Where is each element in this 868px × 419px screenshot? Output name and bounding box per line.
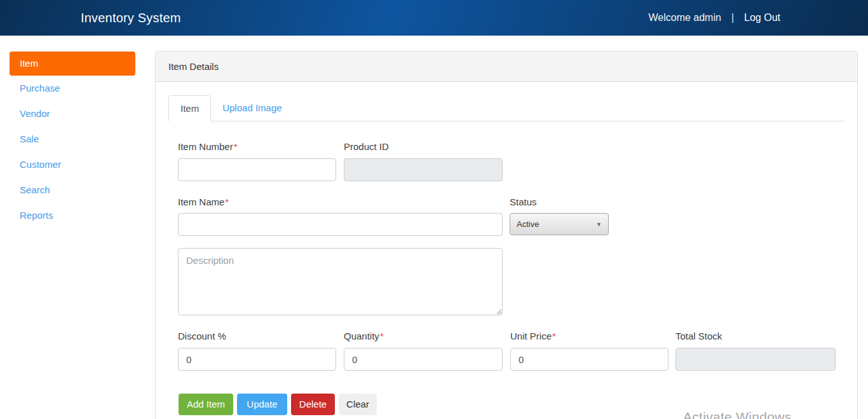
description-textarea[interactable] bbox=[178, 248, 503, 315]
panel-body: Item Upload Image Item Number* Product I… bbox=[156, 82, 857, 419]
sidebar-nav: Item Purchase Vendor Sale Customer Searc… bbox=[10, 52, 135, 228]
total-stock-label: Total Stock bbox=[675, 330, 722, 343]
status-selected-value: Active bbox=[517, 219, 539, 229]
header-separator: | bbox=[731, 12, 734, 24]
tab-bar: Item Upload Image bbox=[168, 95, 844, 121]
sidebar-item-customer[interactable]: Customer bbox=[10, 152, 135, 177]
sidebar-item-reports[interactable]: Reports bbox=[10, 203, 135, 228]
discount-input[interactable] bbox=[178, 348, 336, 371]
panel-title: Item Details bbox=[168, 61, 219, 72]
header-user-area: Welcome admin | Log Out bbox=[648, 12, 780, 24]
discount-label: Discount % bbox=[178, 330, 226, 343]
item-name-required-asterisk: * bbox=[225, 196, 229, 207]
unit-price-label-text: Unit Price bbox=[510, 331, 552, 341]
status-label: Status bbox=[510, 196, 537, 209]
quantity-required-asterisk: * bbox=[380, 331, 384, 341]
item-name-label: Item Name* bbox=[178, 196, 229, 209]
clear-button[interactable]: Clear bbox=[339, 394, 377, 415]
sidebar-item-item[interactable]: Item bbox=[10, 52, 135, 76]
tab-item[interactable]: Item bbox=[168, 95, 211, 121]
unit-price-required-asterisk: * bbox=[552, 331, 556, 341]
page: Inventory System Welcome admin | Log Out… bbox=[0, 0, 868, 419]
unit-price-label: Unit Price* bbox=[510, 330, 556, 343]
activate-windows-watermark: Activate Windows bbox=[683, 409, 792, 419]
product-id-input bbox=[344, 158, 503, 181]
tab-upload-image[interactable]: Upload Image bbox=[211, 95, 293, 121]
unit-price-input[interactable] bbox=[510, 348, 668, 371]
update-button[interactable]: Update bbox=[237, 394, 287, 415]
quantity-label: Quantity* bbox=[344, 330, 384, 343]
item-number-input[interactable] bbox=[178, 158, 336, 181]
product-id-label: Product ID bbox=[344, 141, 389, 153]
item-number-label: Item Number* bbox=[178, 141, 238, 153]
item-name-input[interactable] bbox=[178, 213, 503, 236]
delete-button[interactable]: Delete bbox=[291, 394, 335, 415]
panel-header: Item Details bbox=[156, 52, 857, 82]
app-title: Inventory System bbox=[81, 11, 181, 25]
sidebar-item-vendor[interactable]: Vendor bbox=[10, 101, 135, 127]
sidebar-item-sale[interactable]: Sale bbox=[10, 127, 135, 152]
top-header-bar: Inventory System Welcome admin | Log Out bbox=[0, 0, 868, 36]
logout-link[interactable]: Log Out bbox=[744, 12, 780, 24]
item-number-required-asterisk: * bbox=[234, 141, 238, 152]
welcome-text: Welcome admin bbox=[648, 12, 721, 24]
item-name-label-text: Item Name bbox=[178, 196, 224, 207]
sidebar-item-purchase[interactable]: Purchase bbox=[10, 76, 135, 101]
add-item-button[interactable]: Add Item bbox=[179, 394, 233, 415]
sidebar-item-search[interactable]: Search bbox=[10, 177, 135, 203]
status-select[interactable]: Active ▼ bbox=[510, 213, 609, 235]
quantity-label-text: Quantity bbox=[344, 331, 379, 341]
total-stock-input bbox=[675, 348, 836, 371]
item-details-panel: Item Details Item Upload Image Item Numb… bbox=[155, 51, 858, 419]
chevron-down-icon: ▼ bbox=[596, 221, 602, 228]
quantity-input[interactable] bbox=[344, 348, 503, 371]
item-number-label-text: Item Number bbox=[178, 141, 233, 152]
